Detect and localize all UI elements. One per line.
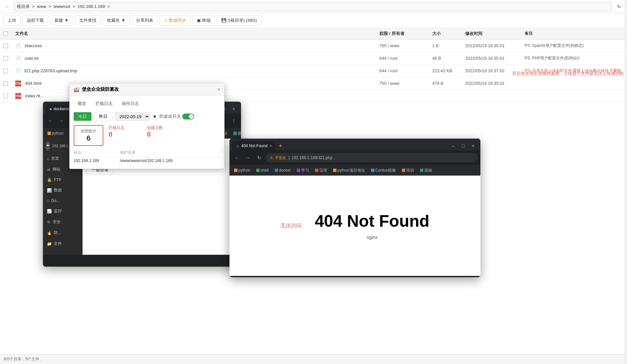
remote-download-button[interactable]: 远程下载 xyxy=(22,16,48,25)
table-row[interactable]: 📄 .htaccess 755 / www 1 B 2022/05/19 16:… xyxy=(0,40,627,52)
sidebar-item-data[interactable]: 📊 数据 xyxy=(43,185,83,196)
sidebar-item-docker[interactable]: □ Do... xyxy=(43,196,83,206)
site-col2-header: 保护目录 xyxy=(120,150,220,155)
browser-window-2: ⚠ 404 Not Found × + – □ × ← → ↻ ⚠ 不安全 | … xyxy=(229,139,480,277)
sidebar-item-monitor[interactable]: 📈 监控 xyxy=(43,206,83,216)
file-name: .user.ini xyxy=(24,56,39,61)
sidebar-item-security[interactable]: ⛭ 安全 xyxy=(43,216,83,227)
dialog-nav-operation[interactable]: 操作日志 xyxy=(118,99,143,108)
select-all-checkbox[interactable] xyxy=(3,31,8,36)
minimize-icon-2[interactable]: – xyxy=(449,141,458,150)
bm2-centos[interactable]: Centos镜像 xyxy=(369,167,398,174)
table-row[interactable]: 📄 .user.ini 644 / root 46 B 2022/05/19 1… xyxy=(0,52,627,65)
bm2-docker[interactable]: docker xyxy=(273,167,293,173)
bm-icon xyxy=(315,169,318,172)
new-tab-button-2[interactable]: + xyxy=(276,141,285,150)
monitor-icon: 📈 xyxy=(47,209,52,214)
date-select[interactable]: 2022-05-19 xyxy=(115,112,150,121)
nav-forward-button-2[interactable]: → xyxy=(243,153,253,162)
tab-label-2: 404 Not Found xyxy=(241,144,267,148)
file-icon: 📄 xyxy=(15,43,21,49)
home-icon: ⌂ xyxy=(47,156,49,161)
browser-tab-404[interactable]: ⚠ 404 Not Found × xyxy=(232,141,276,150)
file-perm: 644 / root xyxy=(379,68,432,73)
dialog-nav-overview[interactable]: 概览 xyxy=(74,99,90,108)
dialog-title: 堡垒企业级防篡改 xyxy=(82,86,119,92)
file-time: 2022/05/19 16:35:01 xyxy=(465,56,525,61)
refresh-button[interactable]: ↻ xyxy=(614,2,624,11)
tamper-protection-dialog: 🏭 堡垒企业级防篡改 × 概览 拦截日志 操作日志 今日 昨日 2022-05-… xyxy=(69,83,225,169)
bm2-python[interactable]: python xyxy=(232,167,252,173)
server-text: nginx xyxy=(366,235,377,240)
nav-forward-button[interactable]: → xyxy=(57,116,66,125)
bm2-study[interactable]: 学习 xyxy=(295,167,311,174)
file-time: 2022/05/19 16:35:01 xyxy=(465,43,525,48)
dialog-nav-intercept[interactable]: 拦截日志 xyxy=(91,99,117,108)
share-list-button[interactable]: 分享列表 xyxy=(132,16,157,25)
address-bar-2[interactable]: ⚠ 不安全 | 192.168.1.189/321.php xyxy=(266,153,478,162)
sidebar-item-files[interactable]: 📁 文件 xyxy=(43,238,83,249)
dialog-close-icon[interactable]: × xyxy=(218,87,220,92)
nav-reload-button-2[interactable]: ↻ xyxy=(255,153,264,162)
bm2-shell[interactable]: shell xyxy=(254,167,271,173)
bookmarks-bar-2: python shell docker 学习 宝塔 python项目地址 xyxy=(229,165,480,176)
bm2-train[interactable]: 培训 xyxy=(400,167,416,174)
toggle-switch[interactable] xyxy=(182,114,194,119)
intercept-stats: 拦截日志 0 xyxy=(109,125,142,146)
tab-close-icon-2[interactable]: × xyxy=(269,144,272,148)
scrollbar[interactable] xyxy=(624,0,627,364)
file-icon: 📄 xyxy=(15,55,21,61)
bm2-baota[interactable]: 宝塔 xyxy=(313,167,329,174)
nav-back-button-2[interactable]: ← xyxy=(232,153,241,162)
close-icon-2[interactable]: × xyxy=(469,141,478,150)
table-header: 文件名 权限 / 所有者 大小 修改时间 备注 xyxy=(0,28,627,40)
bm2-panel[interactable]: 面板 xyxy=(418,167,434,174)
bookmark-panel[interactable]: 面板 xyxy=(231,130,241,137)
data-sync-button[interactable]: ⚠ 数据同步 xyxy=(159,16,191,25)
path-input[interactable] xyxy=(14,2,612,11)
bm2-python-addr[interactable]: python项目地址 xyxy=(331,167,367,174)
yesterday-button[interactable]: 昨日 xyxy=(94,112,113,121)
file-name: index.ht... xyxy=(25,93,44,98)
window-controls-2: – □ × xyxy=(449,141,478,150)
globe-icon: ☠ xyxy=(47,167,51,172)
today-button[interactable]: 今日 xyxy=(74,112,91,121)
disk-icon: 💾 xyxy=(221,18,226,23)
site-table-row: 192.168.1.189 /www/wwwroot/192.168.1.189 xyxy=(74,158,220,163)
row-checkbox[interactable] xyxy=(3,81,8,86)
file-size: 1 B xyxy=(432,43,465,48)
tab-favicon: ■ xyxy=(50,107,52,111)
sidebar-item-ftp[interactable]: 🔒 FTP xyxy=(43,175,83,185)
browser-menu-icon[interactable]: ⋮ xyxy=(229,116,238,125)
warning-text: 开启堡垒塔企业级防篡改，上传这个文件是无法上传成功的 xyxy=(512,71,624,77)
nav-back-button[interactable]: ← xyxy=(46,116,55,125)
row-checkbox[interactable] xyxy=(3,94,8,98)
toggle-knob xyxy=(189,114,193,119)
dropdown-arrow-icon: ▼ xyxy=(153,114,157,119)
col-name-header: 文件名 xyxy=(15,31,379,37)
favorites-button[interactable]: 收藏夹 ▼ xyxy=(103,16,130,25)
bm-icon xyxy=(371,169,374,172)
new-button[interactable]: 新建 ▼ xyxy=(50,16,73,25)
site-name: 192.168.1.189 xyxy=(74,158,120,163)
row-checkbox[interactable] xyxy=(3,69,8,73)
file-search-button[interactable]: 文件查找 xyxy=(75,16,101,25)
terminal-button[interactable]: ▣ 终端 xyxy=(192,16,215,25)
database-icon: 📊 xyxy=(47,188,52,193)
upload-button[interactable]: 上传 xyxy=(3,16,20,25)
back-button[interactable]: ← xyxy=(3,3,11,11)
total-label: 全部统计 xyxy=(80,128,97,134)
browser-nav-2: ← → ↻ ⚠ 不安全 | 192.168.1.189/321.php xyxy=(229,150,480,165)
col-note-header: 备注 xyxy=(525,31,624,36)
firewall-icon: 🔥 xyxy=(47,231,52,235)
close-icon[interactable]: × xyxy=(229,104,238,114)
chevron-down-icon2: ▼ xyxy=(121,18,125,23)
footer-text: 共0个目录，5个文件， xyxy=(3,356,43,362)
404-right: 404 Not Found nginx xyxy=(315,212,429,240)
bookmark-python[interactable]: python xyxy=(46,130,66,136)
maximize-icon-2[interactable]: □ xyxy=(459,141,468,150)
bm-icon xyxy=(402,169,405,172)
row-checkbox[interactable] xyxy=(3,44,8,48)
sidebar-item-firewall[interactable]: 🔥 防... xyxy=(43,227,83,238)
row-checkbox[interactable] xyxy=(3,56,8,61)
